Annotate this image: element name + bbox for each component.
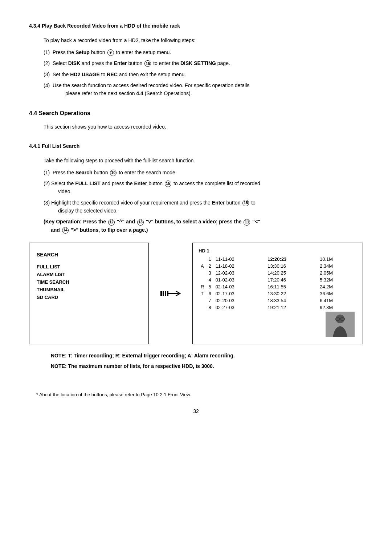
video-thumbnail [326, 312, 355, 337]
circle-10: 10 [110, 170, 117, 176]
menu-time-search: TIME SEARCH [37, 279, 141, 285]
step-441-3: (3) Highlight the specific recorded vide… [44, 199, 363, 215]
menu-sd-card: SD CARD [37, 295, 141, 300]
circle-15a: 15 [144, 60, 151, 67]
section-441-title: 4.4.1 Full List Search [29, 142, 363, 150]
table-row: 8 02-27-03 19:21:12 92.3M [199, 304, 357, 311]
section-44-title: 4.4 Search Operations [29, 109, 363, 118]
step-434-1: (1) Press the Setup button 9 to enter th… [44, 48, 363, 56]
footer-note: * About the location of the buttons, ple… [36, 392, 363, 397]
table-row: A 2 11-18-02 13:30:16 2.34M [199, 263, 357, 270]
svg-rect-1 [163, 291, 164, 296]
circle-13: 13 [137, 219, 144, 226]
circle-12: 12 [108, 219, 115, 226]
table-row: T 6 02-17-03 13:30:22 36.6M [199, 290, 357, 297]
menu-alarm-list: ALARM LIST [37, 272, 141, 277]
key-operation-note: (Key Operation: Press the 12 "^" and 13 … [44, 218, 363, 234]
step-434-4: (4) Use the search function to access de… [44, 81, 363, 98]
arrow-icon [160, 286, 181, 301]
menu-full-list: FULL LIST [37, 264, 141, 270]
arrow-area [156, 243, 185, 344]
svg-rect-0 [160, 291, 162, 296]
section-44: 4.4 Search Operations This section shows… [29, 109, 363, 131]
step-441-1: (1) Press the Search button 10 to enter … [44, 169, 363, 177]
table-row: 3 12-02-03 14:20:25 2.05M [199, 270, 357, 276]
circle-15b: 15 [165, 181, 171, 187]
hd-label: HD 1 [199, 248, 357, 254]
page-number: 32 [29, 408, 363, 414]
table-row: R 5 02-14-03 16:11:55 24.2M [199, 283, 357, 290]
step-434-2: (2) Select DISK and press the Enter butt… [44, 59, 363, 67]
thumbnail-row [199, 311, 357, 339]
section-441-intro: Take the following steps to proceed with… [44, 157, 363, 165]
note-1: NOTE: T: Timer recording; R: External tr… [51, 352, 363, 360]
table-row: 4 01-02-03 17:20:46 5.32M [199, 276, 357, 283]
diagram-area: SEARCH FULL LIST ALARM LIST TIME SEARCH … [29, 243, 363, 344]
circle-14: 14 [62, 227, 69, 234]
search-menu-title: SEARCH [37, 252, 141, 258]
svg-rect-2 [165, 291, 166, 296]
table-row: 7 02-20-03 18:33:54 6.41M [199, 297, 357, 304]
recording-list-table: 1 11-11-02 12:20:23 10.1M A 2 11-18-02 1… [199, 256, 357, 339]
left-menu-box: SEARCH FULL LIST ALARM LIST TIME SEARCH … [29, 243, 149, 344]
circle-9: 9 [107, 49, 114, 56]
circle-15c: 15 [242, 200, 249, 206]
note-2: NOTE: The maximum number of lists, for a… [51, 362, 363, 370]
svg-rect-3 [167, 291, 168, 296]
right-list-box: HD 1 1 11-11-02 12:20:23 10.1M A 2 11-18… [192, 243, 363, 344]
table-row: 1 11-11-02 12:20:23 10.1M [199, 256, 357, 263]
step-441-2: (2) Select the FULL LIST and press the E… [44, 179, 363, 196]
section-44-intro: This section shows you how to access rec… [44, 123, 363, 131]
section-434: 4.3.4 Play Back Recorded Video from a HD… [29, 22, 363, 98]
section-441: 4.4.1 Full List Search Take the followin… [29, 142, 363, 370]
menu-thumbnail: THUMBNAIL [37, 287, 141, 292]
step-434-3: (3) Set the HD2 USAGE to REC and then ex… [44, 70, 363, 78]
section-434-title: 4.3.4 Play Back Recorded Video from a HD… [29, 22, 363, 30]
section-434-intro: To play back a recorded video from a HD2… [44, 36, 363, 44]
circle-11: 11 [244, 219, 250, 226]
